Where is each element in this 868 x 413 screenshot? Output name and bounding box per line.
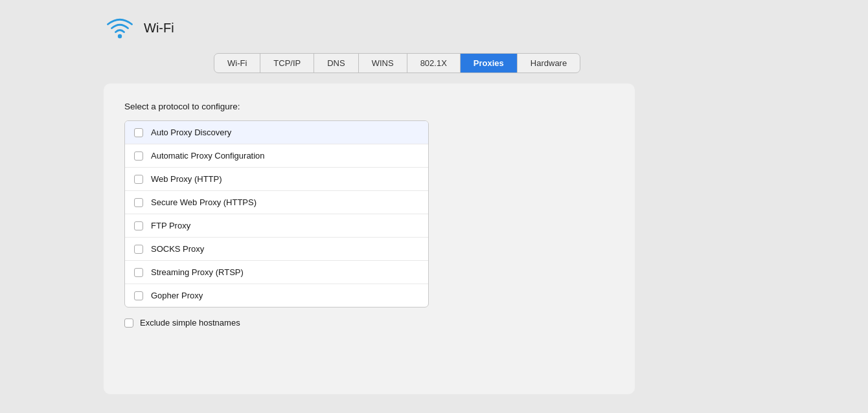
checkbox-gopher-proxy[interactable]: [134, 291, 143, 300]
checkbox-auto-proxy-discovery[interactable]: [134, 128, 143, 137]
checkbox-ftp-proxy[interactable]: [134, 221, 143, 230]
protocol-item-socks-proxy[interactable]: SOCKS Proxy: [125, 238, 428, 261]
exclude-label: Exclude simple hostnames: [140, 318, 240, 328]
protocol-label-automatic-proxy-config: Automatic Proxy Configuration: [151, 151, 265, 161]
protocol-label-web-proxy-http: Web Proxy (HTTP): [151, 174, 222, 184]
protocol-item-ftp-proxy[interactable]: FTP Proxy: [125, 214, 428, 238]
tab-8021x[interactable]: 802.1X: [407, 54, 461, 73]
checkbox-automatic-proxy-config[interactable]: [134, 151, 143, 161]
protocol-label-ftp-proxy: FTP Proxy: [151, 221, 190, 230]
svg-point-0: [118, 34, 122, 38]
checkbox-socks-proxy[interactable]: [134, 245, 143, 254]
protocol-label-streaming-proxy-rtsp: Streaming Proxy (RTSP): [151, 267, 244, 277]
tab-wins[interactable]: WINS: [359, 54, 407, 73]
checkbox-secure-web-proxy-https[interactable]: [134, 198, 143, 207]
protocol-label-secure-web-proxy-https: Secure Web Proxy (HTTPS): [151, 197, 257, 207]
protocol-label-gopher-proxy: Gopher Proxy: [151, 291, 203, 300]
tab-proxies[interactable]: Proxies: [461, 54, 518, 73]
protocol-item-secure-web-proxy-https[interactable]: Secure Web Proxy (HTTPS): [125, 191, 428, 214]
exclude-checkbox[interactable]: [124, 318, 133, 328]
page-title: Wi-Fi: [144, 21, 174, 36]
protocol-item-gopher-proxy[interactable]: Gopher Proxy: [125, 284, 428, 307]
protocol-item-automatic-proxy-config[interactable]: Automatic Proxy Configuration: [125, 144, 428, 168]
protocol-item-streaming-proxy-rtsp[interactable]: Streaming Proxy (RTSP): [125, 261, 428, 284]
header: Wi-Fi: [0, 0, 174, 53]
protocol-label-socks-proxy: SOCKS Proxy: [151, 244, 204, 254]
tab-tcpip[interactable]: TCP/IP: [260, 54, 314, 73]
wifi-icon: [104, 16, 136, 40]
protocol-item-web-proxy-http[interactable]: Web Proxy (HTTP): [125, 168, 428, 191]
exclude-row: Exclude simple hostnames: [124, 318, 614, 328]
tab-hardware[interactable]: Hardware: [518, 54, 580, 73]
tab-dns[interactable]: DNS: [314, 54, 358, 73]
protocol-item-auto-proxy-discovery[interactable]: Auto Proxy Discovery: [125, 121, 428, 144]
tab-bar: Wi-FiTCP/IPDNSWINS802.1XProxiesHardware: [214, 53, 580, 73]
content-panel: Select a protocol to configure: Auto Pro…: [104, 84, 635, 394]
protocol-label-auto-proxy-discovery: Auto Proxy Discovery: [151, 128, 231, 137]
section-label: Select a protocol to configure:: [124, 102, 614, 111]
checkbox-web-proxy-http[interactable]: [134, 175, 143, 184]
tab-wifi[interactable]: Wi-Fi: [214, 54, 260, 73]
checkbox-streaming-proxy-rtsp[interactable]: [134, 268, 143, 277]
protocol-list: Auto Proxy DiscoveryAutomatic Proxy Conf…: [124, 120, 429, 307]
